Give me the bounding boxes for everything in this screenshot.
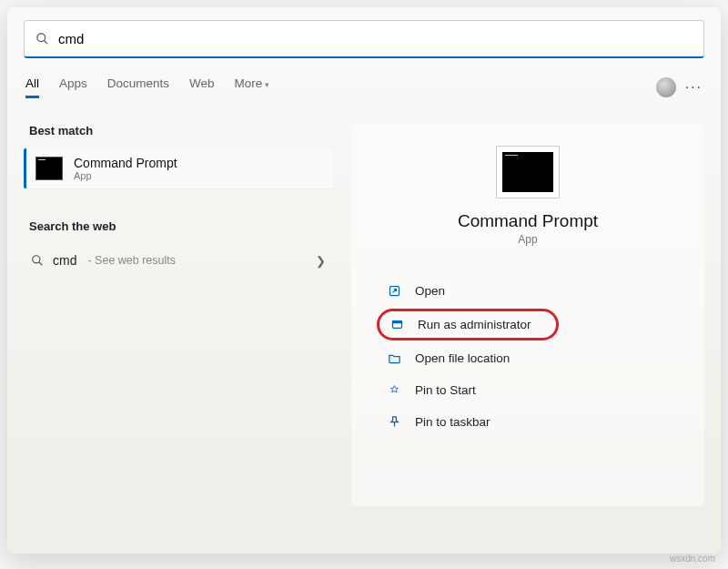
command-prompt-icon bbox=[35, 157, 63, 180]
search-web-label: Search the web bbox=[29, 219, 333, 233]
action-run-as-administrator[interactable]: Run as administrator bbox=[377, 309, 559, 340]
action-label: Pin to Start bbox=[415, 383, 476, 397]
best-match-title: Command Prompt bbox=[74, 156, 177, 170]
more-options-button[interactable]: ··· bbox=[685, 79, 703, 96]
admin-icon bbox=[389, 318, 405, 331]
command-prompt-icon bbox=[502, 152, 553, 192]
detail-thumbnail bbox=[496, 146, 560, 198]
watermark: wsxdn.com bbox=[670, 554, 715, 564]
tab-all[interactable]: All bbox=[25, 76, 39, 98]
web-hint: - See web results bbox=[87, 254, 176, 267]
svg-line-1 bbox=[44, 40, 47, 44]
tab-more-label: More bbox=[235, 76, 263, 90]
action-pin-to-taskbar[interactable]: Pin to taskbar bbox=[377, 408, 686, 436]
detail-title: Command Prompt bbox=[369, 211, 686, 231]
svg-point-0 bbox=[37, 34, 46, 42]
pin-icon bbox=[386, 415, 402, 429]
tab-web[interactable]: Web bbox=[189, 76, 215, 98]
web-term: cmd bbox=[53, 253, 76, 268]
best-match-label: Best match bbox=[29, 124, 333, 137]
open-icon bbox=[386, 284, 402, 298]
tab-documents[interactable]: Documents bbox=[107, 76, 169, 98]
search-panel: All Apps Documents Web More▾ ··· Best ma… bbox=[7, 7, 721, 554]
results-column: Best match Command Prompt App Search the… bbox=[24, 124, 333, 506]
best-match-subtitle: App bbox=[74, 170, 177, 181]
action-open[interactable]: Open bbox=[377, 277, 686, 305]
detail-pane: Command Prompt App Open Run as administr… bbox=[351, 124, 704, 506]
action-label: Run as administrator bbox=[418, 318, 531, 331]
tabs-row: All Apps Documents Web More▾ ··· bbox=[24, 76, 704, 98]
best-match-item[interactable]: Command Prompt App bbox=[24, 148, 333, 188]
action-pin-to-start[interactable]: Pin to Start bbox=[377, 376, 686, 404]
chevron-down-icon: ▾ bbox=[265, 80, 269, 89]
actions-list: Open Run as administrator Open file loca… bbox=[369, 277, 686, 436]
svg-point-2 bbox=[33, 256, 40, 263]
chevron-right-icon: ❯ bbox=[316, 254, 326, 268]
folder-icon bbox=[386, 351, 402, 365]
detail-subtitle: App bbox=[369, 233, 686, 246]
action-open-file-location[interactable]: Open file location bbox=[377, 344, 686, 372]
svg-rect-6 bbox=[392, 321, 401, 323]
tab-apps[interactable]: Apps bbox=[59, 76, 87, 98]
pin-icon bbox=[386, 383, 402, 397]
search-icon bbox=[35, 32, 49, 46]
search-bar[interactable] bbox=[24, 20, 704, 58]
web-result-item[interactable]: cmd - See web results ❯ bbox=[24, 244, 333, 277]
action-label: Pin to taskbar bbox=[415, 415, 490, 429]
tab-more[interactable]: More▾ bbox=[235, 76, 270, 98]
search-icon bbox=[31, 254, 44, 267]
avatar[interactable] bbox=[656, 77, 676, 97]
action-label: Open file location bbox=[415, 351, 510, 365]
search-input[interactable] bbox=[58, 31, 693, 46]
svg-line-3 bbox=[39, 262, 43, 266]
action-label: Open bbox=[415, 284, 445, 298]
